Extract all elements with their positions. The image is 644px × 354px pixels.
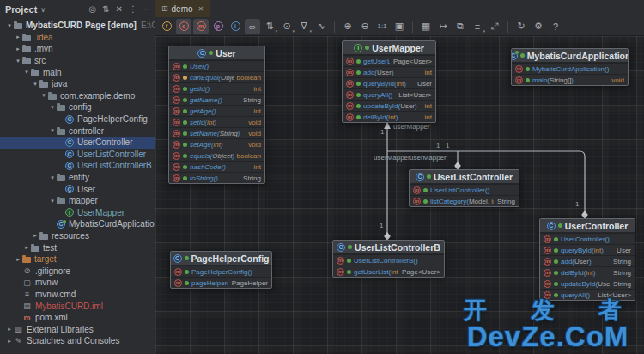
tree-item-mvn[interactable]: ▸.mvn [0,43,155,55]
chevron-right-icon[interactable]: ▸ [5,338,14,345]
tree-item-config[interactable]: ▾config [0,101,155,113]
edge-style-icon[interactable]: ∿ [313,19,329,34]
method-usercontroller-add[interactable]: madd(User)String [540,255,635,266]
more-options-icon[interactable]: ⋮ [129,5,137,14]
tree-item-mybatiscurd-iml[interactable]: ▤MybatisCURD.iml [0,300,155,312]
hide-panel-icon[interactable]: ─ [143,5,149,14]
method-user-equals[interactable]: mequals(Object)boolean [169,150,264,161]
zoom-out-icon[interactable]: ⊖ [357,19,373,34]
method-user-setid[interactable]: msetId(int)void [169,116,264,127]
method-usermapper-querybyid[interactable]: mqueryById(int)User [343,77,435,88]
show-inner-classes-icon[interactable]: i [228,19,243,34]
method-mybatiscurdapplication-mybatiscurdapplication[interactable]: mMybatisCurdApplication() [512,63,628,74]
expand-collapse-icon[interactable]: ⇅ [102,5,109,14]
class-node-pagehelperconfig[interactable]: CPageHelperConfigmPageHelperConfig()mpag… [170,251,272,289]
method-userlistcontroller-userlistcontroller[interactable]: mUserListController() [410,184,519,195]
class-node-userlistcontrollerb[interactable]: CUserListControllerBmUserListControllerB… [332,240,445,278]
tree-item-usercontroller[interactable]: CUserController [0,137,155,149]
expand-diagram-icon[interactable]: ⤢ [487,19,502,34]
filter-elements-icon[interactable]: ∇▾ [296,19,312,34]
method-usermapper-queryall[interactable]: mqueryAll()List<User> [343,88,435,100]
chevron-down-icon[interactable]: ▾ [22,69,31,76]
class-header-userlistcontroller[interactable]: CUserListController [410,170,519,184]
method-usercontroller-querybyid[interactable]: mqueryById(int)User [540,244,635,255]
method-user-getname[interactable]: mgetName()String [169,94,264,105]
chevron-down-icon[interactable]: ▾ [48,198,57,204]
tree-item-java[interactable]: ▾java [0,78,155,90]
tree-item-scratches-and-consoles[interactable]: ▸✎Scratches and Consoles [0,335,155,347]
locate-file-icon[interactable]: ◎ [88,5,96,14]
class-node-userlistcontroller[interactable]: CUserListControllermUserListController()… [409,169,519,207]
method-pagehelperconfig-pagehelper[interactable]: mpageHelper()PageHelper [171,277,271,288]
tree-item-pagehelperconfig[interactable]: CPageHelperConfig [0,113,155,125]
show-fields-icon[interactable]: f [159,19,174,34]
copy-diagram-icon[interactable]: ⧉ [453,19,468,34]
class-header-usermapper[interactable]: IUserMapper [343,41,435,55]
actual-size-icon[interactable]: 1:1 [374,19,390,34]
close-tab-icon[interactable]: ✕ [198,5,204,13]
tree-item-target[interactable]: ▸target [0,253,155,266]
method-usercontroller-usercontroller[interactable]: mUserController() [540,233,635,244]
chevron-right-icon[interactable]: ▸ [14,46,22,52]
project-panel-title[interactable]: Project [5,4,37,15]
method-pagehelperconfig-pagehelperconfig[interactable]: mPageHelperConfig() [171,266,271,277]
tab-demo[interactable]: ⊞ demo ✕ [155,0,210,17]
chevron-down-icon[interactable]: ▾ [48,127,57,134]
tree-item-test[interactable]: ▸test [0,241,155,253]
method-usermapper-delbyid[interactable]: mdelById(int)int [343,111,435,122]
tree-item-mapper[interactable]: ▾mapper [0,195,155,207]
show-properties-icon[interactable]: p [210,19,226,34]
class-header-mybatiscurdapplication[interactable]: CMybatisCurdApplication [512,49,628,63]
method-mybatiscurdapplication-main[interactable]: mmain(String[])void [512,74,628,85]
sort-alphabetically-icon[interactable]: ⇅▾ [262,19,277,34]
class-node-user[interactable]: CUsermUser()mcanEqual(Object)booleanmget… [168,46,265,184]
tree-item-userlistcontrollerb[interactable]: CUserListControllerB [0,160,155,172]
method-userlistcontrollerb-getuserlist[interactable]: mgetUserList(int, int)Page<User> [333,266,444,277]
chevron-down-icon[interactable]: ▾ [5,22,14,29]
tree-item-userlistcontroller[interactable]: CUserListController [0,149,155,161]
show-constructors-icon[interactable]: c [176,19,191,34]
method-usermapper-add[interactable]: madd(User)int [343,66,435,77]
apply-layout-icon[interactable]: ▦ [418,19,434,34]
class-node-mybatiscurdapplication[interactable]: CMybatisCurdApplicationmMybatisCurdAppli… [511,48,629,86]
jump-to-source-icon[interactable]: ↦ [435,19,451,34]
class-header-pagehelperconfig[interactable]: CPageHelperConfig [171,252,271,266]
visibility-level-icon[interactable]: ⊙▾ [279,19,295,34]
tree-item-pom-xml[interactable]: mpom.xml [0,312,155,324]
method-user-hashcode[interactable]: mhashCode()int [169,161,264,172]
tree-item-main[interactable]: ▾main [0,66,155,78]
method-userlistcontroller-listcategory[interactable]: mlistCategory(Model, int, int)String [410,195,519,206]
tree-item-mybatiscurdapplication[interactable]: CMybatisCurdApplication [0,218,155,230]
method-user-setage[interactable]: msetAge(int)void [169,138,264,150]
tree-item-usermapper[interactable]: IUserMapper [0,207,155,219]
class-node-usermapper[interactable]: IUserMappermgetUserList()Page<User>madd(… [342,40,436,123]
chevron-right-icon[interactable]: ▸ [22,244,31,251]
chevron-down-icon[interactable]: ▾ [48,174,57,181]
tree-item-mybatiscurd-page-demo[interactable]: ▾MybatisCURD Page [demo]E:\CodePractic [0,20,155,32]
method-user-getid[interactable]: mgetId()int [169,82,264,94]
chevron-down-icon[interactable]: ∨ [40,6,46,14]
method-user-user[interactable]: mUser() [169,60,264,71]
chevron-right-icon[interactable]: ▸ [5,326,14,333]
method-user-setname[interactable]: msetName(String)void [169,127,264,138]
class-node-usercontroller[interactable]: CUserControllermUserController()mqueryBy… [539,218,635,301]
show-methods-icon[interactable]: m [193,19,209,34]
fit-content-icon[interactable]: ▣ [392,19,407,34]
method-user-tostring[interactable]: mtoString()String [169,172,264,183]
class-header-userlistcontrollerb[interactable]: CUserListControllerB [333,241,444,254]
project-tree[interactable]: ▾MybatisCURD Page [demo]E:\CodePractic▸.… [0,19,155,354]
diagram-canvas[interactable]: CUsermUser()mcanEqual(Object)booleanmget… [155,36,644,354]
tree-item-controller[interactable]: ▾controller [0,125,155,137]
method-user-canequal[interactable]: mcanEqual(Object)boolean [169,71,264,82]
tree-item-com-example-demo[interactable]: ▾com.example.demo [0,90,155,102]
tree-item-entity[interactable]: ▾entity [0,172,155,184]
tree-item-idea[interactable]: ▸.idea [0,32,155,44]
zoom-in-icon[interactable]: ⊕ [340,19,355,34]
diagram-settings-icon[interactable]: ⚙ [531,19,546,34]
tree-item-gitignore[interactable]: ⊘.gitignore [0,265,155,277]
chevron-down-icon[interactable]: ▾ [31,81,39,88]
method-usermapper-updatebyid[interactable]: mupdateById(User)int [343,100,435,111]
class-header-user[interactable]: CUser [169,46,264,60]
tree-item-src[interactable]: ▾src [0,55,155,67]
collapse-all-icon[interactable]: ✕ [116,5,123,14]
